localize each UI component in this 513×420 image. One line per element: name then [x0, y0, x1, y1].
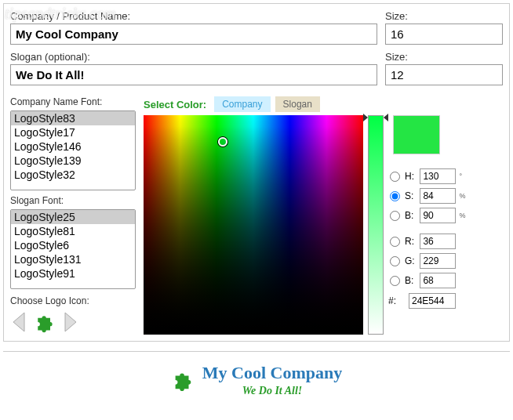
g-input[interactable] [420, 253, 456, 269]
hex-input[interactable] [409, 293, 456, 309]
preview-company-name: My Cool Company [202, 363, 342, 383]
radio-s[interactable] [390, 191, 400, 201]
size1-label: Size: [385, 10, 503, 22]
h-input[interactable] [420, 168, 456, 184]
company-name-input[interactable] [10, 24, 377, 45]
preview-puzzle-icon [171, 368, 195, 392]
b-input[interactable] [420, 208, 456, 223]
color-field[interactable] [144, 115, 363, 335]
tab-company[interactable]: Company [214, 96, 270, 112]
s-label: S: [405, 190, 417, 201]
color-swatch [393, 115, 440, 154]
hex-label: #: [388, 295, 406, 306]
preview-slogan: We Do It All! [202, 385, 342, 397]
company-font-list[interactable]: LogoStyle83LogoStyle17LogoStyle146LogoSt… [10, 110, 136, 190]
g-label: G: [405, 255, 417, 266]
slogan-input[interactable] [10, 64, 377, 85]
h-unit: ° [459, 172, 467, 180]
bb-input[interactable] [420, 273, 456, 288]
radio-h[interactable] [390, 172, 400, 182]
select-color-label: Select Color: [144, 99, 206, 110]
choose-icon-label: Choose Logo Icon: [10, 295, 136, 306]
radio-g[interactable] [390, 256, 400, 266]
slogan-font-label: Slogan Font: [10, 195, 136, 206]
svg-marker-0 [13, 313, 24, 331]
tab-slogan[interactable]: Slogan [275, 96, 320, 112]
size2-label: Size: [385, 51, 503, 63]
main-panel: Company / Product Name: Slogan (optional… [3, 3, 510, 342]
s-unit: % [459, 192, 467, 200]
b-unit: % [459, 212, 467, 219]
radio-r[interactable] [390, 237, 400, 247]
radio-b[interactable] [390, 211, 400, 221]
s-input[interactable] [420, 188, 456, 204]
bb-label: B: [405, 275, 417, 286]
r-label: R: [405, 236, 417, 247]
slogan-font-list[interactable]: LogoStyle25LogoStyle81LogoStyle6LogoStyl… [10, 209, 136, 289]
next-icon-button[interactable] [60, 311, 79, 333]
b-label: B: [405, 210, 417, 221]
hue-slider[interactable] [368, 115, 384, 335]
svg-marker-1 [65, 313, 76, 331]
prev-icon-button[interactable] [10, 311, 29, 333]
company-name-label: Company / Product Name: [10, 10, 377, 22]
slogan-size-input[interactable] [385, 64, 503, 85]
company-size-input[interactable] [385, 24, 503, 45]
logo-preview: My Cool Company We Do It All! [3, 351, 510, 397]
logo-icon-preview [34, 311, 56, 333]
radio-bb[interactable] [390, 276, 400, 286]
slogan-label: Slogan (optional): [10, 51, 377, 63]
r-input[interactable] [420, 234, 456, 249]
h-label: H: [405, 171, 417, 182]
color-cursor[interactable] [218, 137, 227, 147]
company-font-label: Company Name Font: [10, 96, 136, 107]
